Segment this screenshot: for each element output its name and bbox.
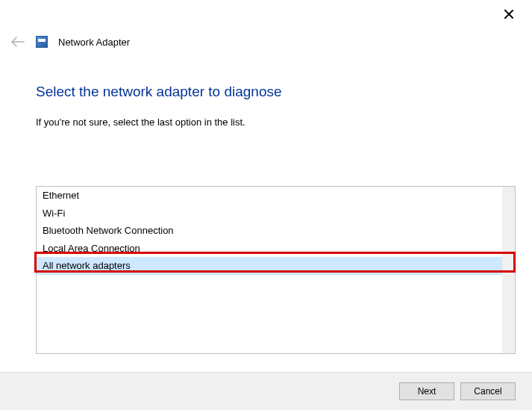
- network-adapter-icon: [36, 36, 48, 48]
- page-heading: Select the network adapter to diagnose: [36, 84, 516, 100]
- footer-bar: Next Cancel: [0, 372, 532, 410]
- header-bar: Network Adapter: [10, 36, 130, 48]
- window-title: Network Adapter: [58, 37, 130, 48]
- adapter-listbox[interactable]: EthernetWi-FiBluetooth Network Connectio…: [36, 186, 516, 354]
- adapter-list-item[interactable]: Bluetooth Network Connection: [37, 222, 515, 240]
- next-button[interactable]: Next: [399, 382, 454, 400]
- cancel-button[interactable]: Cancel: [460, 382, 516, 400]
- adapter-list-item[interactable]: All network adapters: [37, 257, 515, 275]
- adapter-list-item[interactable]: Ethernet: [37, 187, 515, 205]
- content-area: Select the network adapter to diagnose I…: [36, 84, 516, 354]
- instruction-text: If you're not sure, select the last opti…: [36, 117, 516, 128]
- scrollbar[interactable]: [502, 187, 515, 353]
- adapter-list-item[interactable]: Local Area Connection: [37, 240, 515, 258]
- back-button[interactable]: [10, 36, 25, 48]
- close-button[interactable]: [504, 9, 514, 19]
- adapter-list-item[interactable]: Wi-Fi: [37, 205, 515, 223]
